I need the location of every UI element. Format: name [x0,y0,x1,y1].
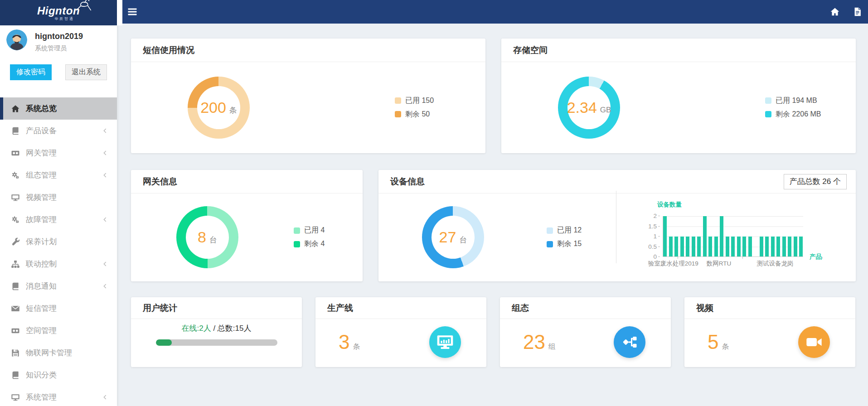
sidebar-item-11[interactable]: 物联网卡管理 [0,342,117,364]
sidebar-item-4[interactable]: 视频管理 [0,186,117,208]
storage-total: 2.34 [567,99,597,116]
sitemap-icon [11,260,20,269]
sms-donut-chart: 200 条 [188,77,250,139]
bar [782,237,786,257]
sidebar-item-6[interactable]: 保养计划 [0,231,117,253]
chevron-left-icon [102,283,108,289]
sidebar-item-label: 知识分类 [26,370,57,380]
sidebar-item-label: 系统总览 [26,103,57,114]
bar [720,216,723,256]
storage-card: 存储空间 2.34 GB 已用 194 MB剩余 2206 MB [501,39,856,153]
device-total: 27 [439,228,456,246]
legend-label: 剩余 50 [405,110,430,119]
video-camera-icon [798,326,830,358]
x-tick-label: 测试设备龙岗 [757,260,794,268]
sidebar-item-7[interactable]: 联动控制 [0,253,117,275]
book-icon [11,126,20,135]
chevron-left-icon [102,394,108,400]
bar [663,216,667,256]
sidebar-item-label: 产品设备 [26,126,57,136]
camera-icon [11,326,20,335]
legend-label: 已用 4 [304,226,325,235]
legend-item: 剩余 50 [395,110,434,119]
sidebar-item-label: 联动控制 [26,259,57,269]
sidebar-item-13[interactable]: 系统管理 [0,386,117,406]
video-card: 视频 5 条 [684,297,855,367]
card-title: 组态 [512,302,529,314]
bar-chart-x-axis-name: 产品 [810,253,822,261]
user-role: 系统管理员 [35,44,67,53]
legend-swatch [547,227,553,234]
chevron-left-icon [102,217,108,222]
bar [799,237,803,257]
x-tick-label: 验室废水处理2019 [648,260,698,268]
product-total-badge[interactable]: 产品总数 26 个 [784,174,847,189]
sidebar-item-label: 系统管理 [26,392,57,402]
monitor-icon [11,393,20,402]
bar [714,237,718,257]
bar [794,237,797,257]
bar [680,237,684,257]
change-password-button[interactable]: 修改密码 [10,64,52,80]
sms-legend: 已用 150剩余 50 [395,96,434,119]
legend-item: 已用 194 MB [765,96,821,106]
video-count: 5 [708,332,718,352]
bar [737,237,741,257]
book-icon [11,282,20,291]
bar [731,237,735,257]
bar [748,237,752,257]
camera-icon [11,149,20,158]
device-legend: 已用 12剩余 15 [547,226,582,249]
monitor-icon [11,193,20,202]
menu-toggle-icon[interactable] [127,6,138,17]
device-donut-chart: 27 台 [422,206,484,268]
sidebar-item-3[interactable]: 组态管理 [0,164,117,186]
home-icon[interactable] [830,7,840,17]
bar [708,237,712,257]
sidebar-item-0[interactable]: 系统总览 [0,97,117,120]
sidebar-item-label: 短信管理 [26,303,57,314]
logout-button[interactable]: 退出系统 [65,64,107,80]
online-users-text: 在线:2人 / 总数:15人 [182,323,252,334]
sidebar-item-9[interactable]: 短信管理 [0,297,117,319]
bar [674,237,678,257]
header-gap [117,0,122,25]
sidebar-item-label: 保养计划 [26,237,57,247]
sidebar-item-5[interactable]: 故障管理 [0,208,117,231]
sidebar-item-label: 消息通知 [26,281,57,291]
gateway-donut-chart: 8 台 [176,206,238,268]
scada-card: 组态 23 组 [500,297,671,367]
device-card: 设备信息 产品总数 26 个 27 台 已用 12剩余 15 设备数量 21.5… [378,170,856,281]
sidebar-item-10[interactable]: 空间管理 [0,319,117,342]
document-icon[interactable] [853,7,863,17]
legend-item: 剩余 2206 MB [765,110,821,119]
vertical-divider [616,191,616,263]
x-tick [822,257,823,259]
chevron-left-icon [102,150,108,156]
legend-label: 剩余 4 [304,239,325,249]
legend-label: 已用 150 [405,96,434,106]
topology-icon [614,326,645,358]
sidebar-item-2[interactable]: 网关管理 [0,142,117,164]
sidebar-item-1[interactable]: 产品设备 [0,120,117,142]
sidebar-menu: 系统总览产品设备网关管理组态管理视频管理故障管理保养计划联动控制消息通知短信管理… [0,97,117,406]
main-content: 短信使用情况 200 条 已用 150剩余 50 存储空间 2.34 [117,24,868,406]
sidebar-item-label: 故障管理 [26,214,57,225]
gateway-card: 网关信息 8 台 已用 4剩余 4 [131,170,363,281]
username: hignton2019 [35,32,83,41]
sidebar-item-12[interactable]: 知识分类 [0,364,117,386]
bar [703,216,707,256]
sms-usage-card: 短信使用情况 200 条 已用 150剩余 50 [131,39,485,153]
scada-count: 23 [523,332,545,352]
legend-swatch [294,241,300,247]
bar [669,237,673,257]
sidebar-item-label: 视频管理 [26,192,57,203]
gears-icon [11,171,20,180]
sidebar-item-8[interactable]: 消息通知 [0,275,117,297]
device-count-bar-chart: 设备数量 21.510.50 验室废水处理2019数网RTU测试设备龙岗 产品 [644,199,843,276]
legend-item: 已用 150 [395,96,434,106]
legend-swatch [294,227,300,234]
storage-donut-chart: 2.34 GB [558,77,620,139]
bar-chart-plot [663,216,803,257]
production-line-card: 生产线 3 条 [315,297,486,367]
